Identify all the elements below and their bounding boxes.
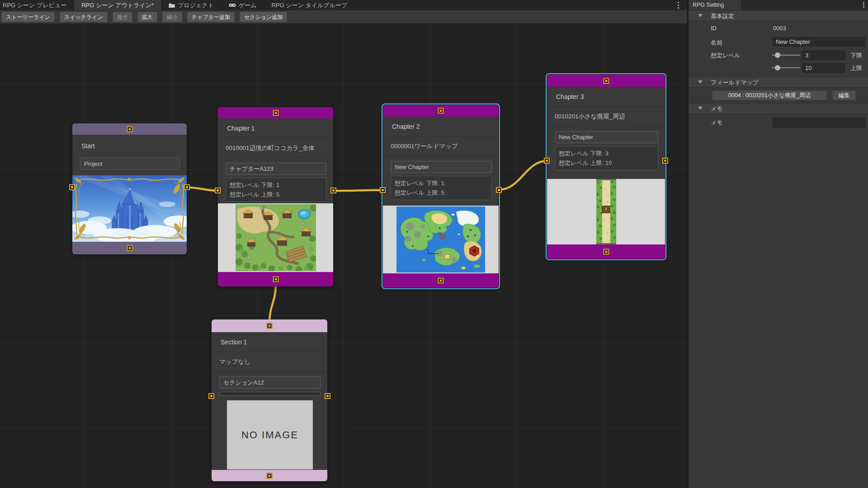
node-name-input[interactable]: チャプターA123 xyxy=(226,163,326,175)
graph-kebab-menu-icon[interactable] xyxy=(678,2,679,10)
tab-game[interactable]: ゲーム xyxy=(222,0,264,10)
inspector-kebab-menu-icon[interactable] xyxy=(863,2,864,9)
node-level-box: 想定レベル 下限: 3 想定レベル 上限: 10 xyxy=(555,146,658,170)
node-map-image xyxy=(547,179,665,244)
zoom-in-button[interactable]: 拡大 xyxy=(137,12,157,22)
node-title: Chapter 1 xyxy=(218,118,333,138)
level-min: 想定レベル 下限: 1 xyxy=(395,178,488,188)
node-name-input[interactable]: New Chapter xyxy=(391,161,492,173)
level-max: 想定レベル 上限: 10 xyxy=(559,158,654,168)
folder-icon xyxy=(169,3,175,8)
min-suffix-label: 下限 xyxy=(850,52,862,60)
port-right[interactable] xyxy=(662,158,668,164)
node-header xyxy=(212,319,327,332)
node-map-name: 0010201小さな廃屋_周辺 xyxy=(547,107,665,127)
node-name-input[interactable]: Project xyxy=(80,158,180,170)
port-top[interactable] xyxy=(273,110,278,116)
min-level-slider-knob[interactable] xyxy=(775,52,780,58)
add-section-button[interactable]: セクション追加 xyxy=(240,12,287,22)
tab-rpg-scene-tilegroup[interactable]: RPG シーン タイルグループ xyxy=(264,0,355,10)
node-level-box: 想定レベル 下限: 1 想定レベル 上限: 5 xyxy=(226,178,326,202)
node-title: Chapter 2 xyxy=(383,117,499,136)
node-section1[interactable]: Section 1 マップなし セクションA12 NO IMAGE xyxy=(212,319,327,481)
foldout-arrow-icon xyxy=(698,14,703,17)
port-left[interactable] xyxy=(69,184,75,190)
port-left[interactable] xyxy=(544,158,550,164)
switchline-button[interactable]: スイッチライン xyxy=(60,12,108,22)
node-footer xyxy=(218,272,333,286)
port-left[interactable] xyxy=(380,187,386,193)
tab-rpg-setting[interactable]: RPG Setting xyxy=(689,0,741,10)
max-level-input[interactable]: 10 xyxy=(802,63,845,73)
node-map-image xyxy=(218,203,333,272)
section-basic-settings[interactable]: 基本設定 xyxy=(689,10,868,21)
port-bottom[interactable] xyxy=(127,245,132,251)
actual-size-button[interactable]: 原寸 xyxy=(113,12,132,22)
graph-tab-bar: RPG シーン プレビュー RPG シーン アウトライン* プロジェクト ゲーム… xyxy=(0,0,687,10)
graph-toolbar: ストーリーライン スイッチライン 原寸 拡大 縮小 チャプター追加 セクション追… xyxy=(0,10,687,24)
memo-input[interactable] xyxy=(773,118,865,127)
port-right[interactable] xyxy=(330,188,336,193)
node-name-input[interactable]: セクションA12 xyxy=(219,376,321,389)
node-empty-strip xyxy=(219,392,321,396)
port-top[interactable] xyxy=(603,78,609,84)
node-map-image xyxy=(383,206,499,273)
node-start-footer xyxy=(72,242,187,254)
field-map-button[interactable]: 0004 : 0010201小さな廃屋_周辺 xyxy=(712,90,827,100)
max-suffix-label: 上限 xyxy=(850,64,862,72)
add-chapter-button[interactable]: チャプター追加 xyxy=(187,12,235,22)
port-top[interactable] xyxy=(127,126,132,132)
node-name-input[interactable]: New Chapter xyxy=(555,131,658,143)
level-label: 想定レベル xyxy=(711,52,741,60)
node-map-name: マップなし xyxy=(212,352,327,372)
inspector-panel: RPG Setting 基本設定 ID 0003 名前 New Chapter … xyxy=(688,0,868,488)
node-header xyxy=(383,105,499,117)
port-top[interactable] xyxy=(438,108,444,114)
port-right[interactable] xyxy=(496,187,502,193)
section-memo[interactable]: メモ xyxy=(689,103,868,114)
min-level-input[interactable]: 3 xyxy=(802,51,845,60)
level-max: 想定レベル 上限: 5 xyxy=(395,188,488,197)
port-left[interactable] xyxy=(215,188,221,193)
app-root: Start Project xyxy=(0,0,868,488)
node-footer xyxy=(547,244,665,259)
port-top[interactable] xyxy=(267,323,273,329)
max-level-slider-knob[interactable] xyxy=(775,65,780,70)
node-start-header xyxy=(72,123,187,135)
gamepad-icon xyxy=(229,3,236,8)
port-bottom[interactable] xyxy=(267,473,273,479)
node-map-name: 0010001辺境の町ココカラ_全体 xyxy=(218,138,333,158)
port-bottom[interactable] xyxy=(438,278,444,284)
port-left[interactable] xyxy=(208,393,214,399)
tab-rpg-scene-outline[interactable]: RPG シーン アウトライン* xyxy=(74,0,161,10)
port-right[interactable] xyxy=(325,393,330,399)
storyline-button[interactable]: ストーリーライン xyxy=(1,12,55,22)
node-header xyxy=(547,75,665,87)
node-footer xyxy=(212,470,327,481)
tab-project[interactable]: プロジェクト xyxy=(161,0,222,10)
zoom-out-button[interactable]: 縮小 xyxy=(162,12,182,22)
id-label: ID xyxy=(711,25,717,32)
id-value: 0003 xyxy=(773,25,786,32)
edit-button[interactable]: 編集 xyxy=(832,90,856,100)
name-input[interactable]: New Chapter xyxy=(773,37,865,47)
section-field-map[interactable]: フィールドマップ xyxy=(689,77,868,88)
foldout-arrow-icon xyxy=(698,107,703,110)
port-right[interactable] xyxy=(184,184,190,190)
level-min: 想定レベル 下限: 1 xyxy=(230,180,322,190)
node-chapter2[interactable]: Chapter 2 0000001ワールドマップ New Chapter 想定レ… xyxy=(383,105,499,288)
graph-editor: Start Project xyxy=(0,0,687,488)
port-bottom[interactable] xyxy=(273,277,278,282)
foldout-arrow-icon xyxy=(698,80,703,84)
memo-label: メモ xyxy=(711,119,723,127)
node-chapter3[interactable]: Chapter 3 0010201小さな廃屋_周辺 New Chapter 想定… xyxy=(547,75,665,259)
port-bottom[interactable] xyxy=(603,249,609,255)
node-title: Start xyxy=(72,135,187,157)
node-header xyxy=(218,107,333,118)
node-start[interactable]: Start Project xyxy=(72,123,187,254)
node-start-image xyxy=(72,175,187,242)
node-level-box: 想定レベル 下限: 1 想定レベル 上限: 5 xyxy=(391,176,492,200)
node-footer xyxy=(383,273,499,288)
node-chapter1[interactable]: Chapter 1 0010001辺境の町ココカラ_全体 チャプターA123 想… xyxy=(218,107,333,286)
tab-rpg-scene-preview[interactable]: RPG シーン プレビュー xyxy=(0,0,74,10)
